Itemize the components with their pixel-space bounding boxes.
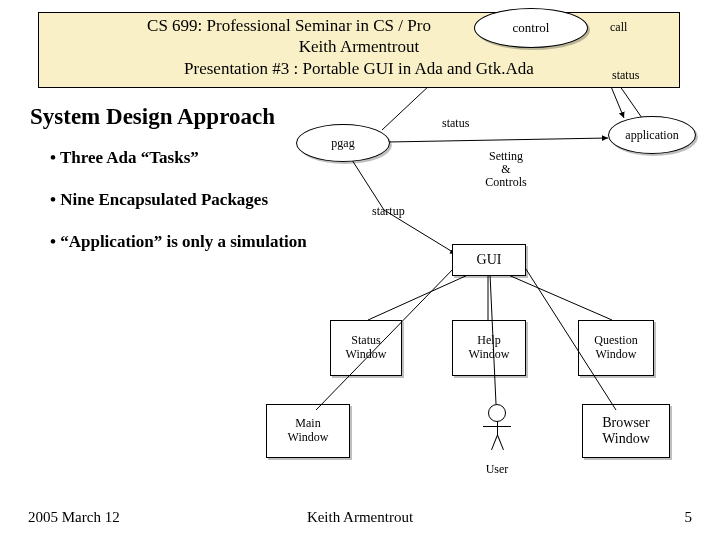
edge-label-call: call — [610, 20, 627, 35]
node-gui: GUI — [452, 244, 526, 276]
edge-label-status-top: status — [612, 68, 639, 83]
node-application-label: application — [625, 128, 678, 143]
edge-label-setting-controls: Setting&Controls — [476, 150, 536, 190]
section-heading: System Design Approach — [30, 104, 275, 130]
edge-label-startup: startup — [372, 204, 405, 219]
node-application: application — [608, 116, 696, 154]
node-pgag: pgag — [296, 124, 390, 162]
bullet-1: • Three Ada “Tasks” — [50, 148, 307, 168]
user-actor-icon — [476, 404, 518, 462]
footer-author: Keith Armentrout — [0, 509, 720, 526]
banner-line2: Keith Armentrout — [299, 37, 419, 56]
banner-line1-left: CS 699: Professional Seminar in CS / Pro — [147, 16, 431, 35]
svg-line-6 — [368, 274, 470, 320]
edge-label-status-mid: status — [442, 116, 469, 131]
node-help-window: HelpWindow — [452, 320, 526, 376]
node-pgag-label: pgag — [331, 136, 354, 151]
bullet-list: • Three Ada “Tasks” • Nine Encapsulated … — [50, 148, 307, 274]
svg-line-3 — [388, 138, 608, 142]
banner-line3: Presentation #3 : Portable GUI in Ada an… — [184, 59, 534, 78]
svg-line-4 — [352, 160, 384, 210]
node-status-window: StatusWindow — [330, 320, 402, 376]
bullet-3: • “Application” is only a simulation — [50, 232, 307, 252]
node-main-window: MainWindow — [266, 404, 350, 458]
footer-page-number: 5 — [685, 509, 693, 526]
user-actor-label: User — [470, 462, 524, 477]
node-question-window: QuestionWindow — [578, 320, 654, 376]
svg-line-8 — [506, 274, 612, 320]
node-browser-window: BrowserWindow — [582, 404, 670, 458]
node-control: control — [474, 8, 588, 48]
node-control-label: control — [513, 20, 550, 36]
bullet-2: • Nine Encapsulated Packages — [50, 190, 307, 210]
node-gui-label: GUI — [477, 252, 502, 268]
